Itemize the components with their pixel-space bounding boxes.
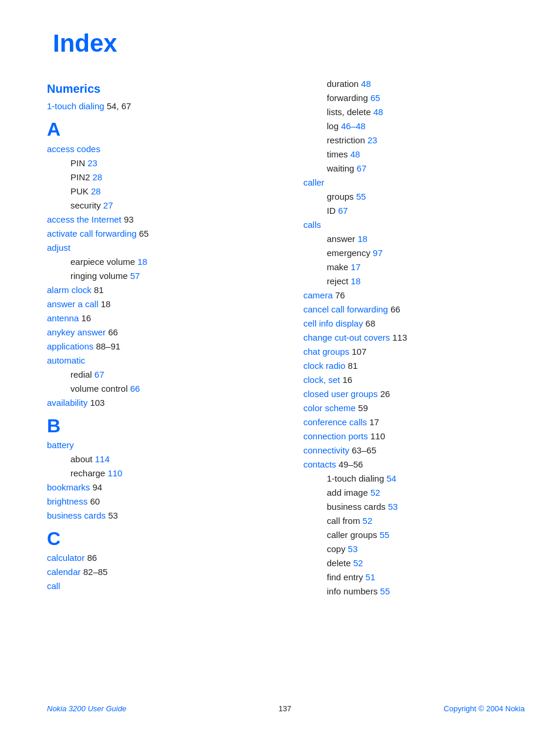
index-sub-entry-label: times 48	[303, 147, 525, 162]
index-sub-entry-number: 97	[373, 248, 383, 258]
index-sub-entry: about 114	[47, 452, 274, 466]
index-sub-entry-label: ID 67	[303, 204, 525, 218]
index-entry-label: cell info display 68	[303, 317, 525, 331]
index-sub-entry-number: 54	[386, 473, 396, 483]
index-sub-entry-label: earpiece volume 18	[47, 255, 274, 269]
index-sub-entry-label: find entry 51	[303, 570, 525, 584]
index-entry-number: 93	[124, 214, 134, 224]
index-sub-entry-label: add image 52	[303, 486, 525, 500]
index-sub-entry-label: caller groups 55	[303, 528, 525, 542]
index-entry-label: anykey answer 66	[47, 325, 274, 339]
index-entry: cell info display 68	[303, 317, 525, 331]
section-heading-numerics: Numerics	[47, 79, 274, 98]
index-entry-number: 88–91	[96, 341, 120, 351]
left-column: Numerics1-touch dialing 54, 67Aaccess co…	[47, 77, 286, 598]
index-sub-entry-label: waiting 67	[303, 162, 525, 176]
index-entry: access the Internet 93	[47, 213, 274, 227]
index-sub-entry-label: info numbers 55	[303, 584, 525, 598]
index-sub-entry-label: 1-touch dialing 54	[303, 472, 525, 486]
index-sub-entry-number: 46–48	[341, 121, 366, 131]
index-entry-number: 60	[90, 496, 100, 506]
index-sub-entry-label: PIN 23	[47, 156, 274, 170]
index-entry-number: 81	[94, 285, 104, 295]
index-sub-entry: log 46–48	[303, 119, 525, 133]
index-entry-number: 16	[342, 375, 352, 385]
footer-page-number: 137	[279, 703, 292, 715]
index-sub-entry-number: 55	[380, 586, 390, 596]
index-entry-number: 63–65	[352, 445, 376, 455]
index-entry: chat groups 107	[303, 345, 525, 359]
index-entry-label: alarm clock 81	[47, 283, 274, 297]
page-title: Index	[53, 23, 525, 63]
index-entry-number: 81	[348, 361, 358, 371]
index-entry: cancel call forwarding 66	[303, 302, 525, 317]
index-entry-number: 59	[358, 403, 368, 413]
index-entry: brightness 60	[47, 495, 274, 509]
index-sub-entry-label: lists, delete 48	[303, 105, 525, 119]
index-entry: clock, set 16	[303, 373, 525, 387]
index-sub-entry: times 48	[303, 147, 525, 162]
index-sub-entry: make 17	[303, 260, 525, 274]
index-entry-number: 65	[139, 228, 149, 238]
index-entry-label: connectivity 63–65	[303, 443, 525, 458]
index-entry: call	[47, 579, 274, 593]
index-sub-entry: answer 18	[303, 232, 525, 246]
index-entry-label: closed user groups 26	[303, 387, 525, 401]
index-entry-number: 82–85	[83, 567, 108, 577]
index-entry-number: 68	[366, 318, 376, 328]
index-entry: antenna 16	[47, 311, 274, 325]
index-sub-entry: caller groups 55	[303, 528, 525, 542]
index-sub-entry: PUK 28	[47, 184, 274, 199]
index-sub-entry: ID 67	[303, 204, 525, 218]
index-entry-number: 66	[390, 304, 400, 314]
index-entry-number: 76	[335, 290, 345, 300]
right-column: duration 48forwarding 65lists, delete 48…	[286, 77, 525, 598]
index-sub-entry: earpiece volume 18	[47, 255, 274, 269]
index-entry: automatic	[47, 354, 274, 368]
index-sub-entry-number: 57	[130, 271, 140, 281]
index-sub-entry-number: 18	[357, 234, 367, 244]
index-entry-label: brightness 60	[47, 495, 274, 509]
index-sub-entry-label: answer 18	[303, 232, 525, 246]
index-sub-entry-label: duration 48	[303, 77, 525, 91]
index-entry: calculator 86	[47, 551, 274, 565]
index-entry: anykey answer 66	[47, 325, 274, 339]
index-entry: conference calls 17	[303, 415, 525, 429]
index-entry-label: answer a call 18	[47, 297, 274, 311]
index-entry: connection ports 110	[303, 429, 525, 443]
index-sub-entry-label: delete 52	[303, 556, 525, 570]
index-entry-label: cancel call forwarding 66	[303, 302, 525, 317]
index-entry: bookmarks 94	[47, 480, 274, 495]
index-entry-number: 16	[81, 313, 91, 323]
index-entry-label: 1-touch dialing 54, 67	[47, 99, 274, 113]
section-letter: B	[47, 415, 274, 437]
index-entry-label: conference calls 17	[303, 415, 525, 429]
index-entry-label: call	[47, 579, 274, 593]
index-sub-entry-label: recharge 110	[47, 466, 274, 480]
index-sub-entry-number: 48	[350, 149, 360, 159]
index-entry-label: connection ports 110	[303, 429, 525, 443]
index-entry-label: battery	[47, 438, 274, 452]
index-entry: contacts 49–56	[303, 458, 525, 472]
index-entry-number: 86	[87, 553, 97, 563]
index-sub-entry: ringing volume 57	[47, 269, 274, 283]
index-entry: answer a call 18	[47, 297, 274, 311]
index-entry-label: antenna 16	[47, 311, 274, 325]
index-sub-entry: PIN2 28	[47, 170, 274, 184]
index-entry-number: 49–56	[339, 459, 363, 469]
index-sub-entry: waiting 67	[303, 162, 525, 176]
index-entry: color scheme 59	[303, 401, 525, 415]
index-sub-entry: forwarding 65	[303, 91, 525, 105]
section-letter: A	[47, 118, 274, 140]
section-letter: C	[47, 527, 274, 550]
index-sub-entry-number: 53	[348, 544, 358, 554]
index-sub-entry: emergency 97	[303, 246, 525, 260]
index-sub-entry-label: PIN2 28	[47, 170, 274, 184]
footer-copyright: Copyright © 2004 Nokia	[444, 703, 525, 715]
index-entry-label: caller	[303, 176, 525, 190]
index-entry: clock radio 81	[303, 359, 525, 373]
index-entry: alarm clock 81	[47, 283, 274, 297]
index-entry-number: 26	[380, 389, 390, 399]
index-entry: calendar 82–85	[47, 565, 274, 579]
index-sub-entry-number: 66	[130, 384, 140, 394]
